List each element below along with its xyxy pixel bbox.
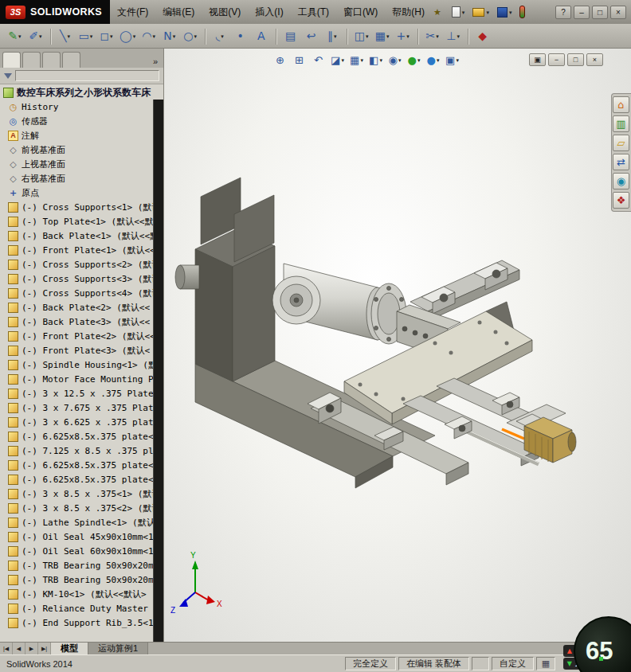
plane-button[interactable]: ▤ ▾ [280, 26, 300, 45]
minimize-button[interactable]: – [574, 6, 590, 19]
design-library-tab[interactable]: ▥ [613, 115, 629, 132]
lathe-assembly[interactable] [175, 178, 576, 488]
tree-item[interactable]: (-) 6.625x8.5x.375 plate<3 [0, 472, 153, 486]
graphics-viewport[interactable]: Y X Z ⊕ ▾ ⊞ ▾ ↶ ▾ [164, 49, 631, 642]
menu-item[interactable]: 视图(V) [202, 0, 248, 24]
tree-item[interactable]: (-) 6.625x8.5x.375 plate<2 [0, 458, 153, 472]
arc-button[interactable]: ◠ ▾ [139, 26, 159, 45]
tree-item[interactable]: (-) Front Plate<1> (默认<< [0, 243, 153, 257]
save-button[interactable]: ▾ [495, 6, 515, 19]
menu-item[interactable]: 插入(I) [248, 0, 290, 24]
repair-sketch-button[interactable]: ◆ ▾ [472, 26, 492, 45]
tree-item[interactable]: (-) Top Plate<1> (默认<<默认 [0, 214, 153, 229]
text-button[interactable]: A ▾ [251, 26, 271, 45]
edit-appearance-button[interactable]: ● ▾ [405, 51, 423, 68]
propertymanager-tab[interactable] [22, 52, 41, 68]
view-palette-tab[interactable]: ⇄ [613, 154, 629, 170]
offset-entities-button[interactable]: ∥ ▾ [322, 26, 342, 45]
panel-expand-chevron[interactable]: » [150, 57, 161, 68]
tree-item[interactable]: (-) 3 x 8.5 x .375<2> (默认 [0, 501, 153, 515]
status-units-dropdown[interactable]: 自定义 [492, 657, 534, 670]
prev-tab-button[interactable]: ◀ [13, 643, 25, 654]
tree-item[interactable]: (-) Cross Supports<1> (默认< [0, 200, 153, 214]
point-button[interactable]: • ▾ [230, 26, 250, 45]
tree-item[interactable]: (-) Oil Seal 45x90x10mm<1> [0, 529, 153, 544]
record-indicator[interactable]: ▾ [517, 4, 527, 20]
tree-item[interactable]: 注解 [0, 128, 153, 143]
close-button[interactable]: × [610, 6, 626, 19]
tree-item[interactable]: (-) TRB Bearing 50x90x20mm [0, 558, 153, 572]
favorites-star-icon[interactable]: ★ [433, 7, 441, 18]
tree-item[interactable]: (-) Back Plate<1> (默认<<默 [0, 229, 153, 243]
help-button[interactable]: ? [555, 6, 571, 19]
tree-item[interactable]: (-) Lathe Spindle<1> (默认 [0, 515, 153, 529]
zoom-area-button[interactable]: ⊞ ▾ [290, 51, 308, 68]
status-grid-icon[interactable]: ▦ [536, 657, 555, 670]
open-document-button[interactable]: ▾ [470, 6, 492, 18]
new-document-button[interactable]: ▾ [449, 5, 468, 19]
tree-item[interactable]: (-) Back Plate<2> (默认<< [0, 300, 153, 315]
move-entities-button[interactable]: + ▾ [393, 26, 413, 45]
next-tab-button[interactable]: ▶ [25, 643, 38, 654]
spline-button[interactable]: N ▾ [159, 26, 179, 45]
display-relations-button[interactable]: ⊥ ▾ [443, 26, 463, 45]
restore-doc-button[interactable]: □ [567, 53, 584, 66]
model-3d-view[interactable]: Y X Z [164, 49, 631, 642]
menu-item[interactable]: 文件(F) [110, 0, 155, 24]
tree-scrollbar[interactable] [153, 100, 163, 642]
displaymanager-tab[interactable] [62, 52, 80, 68]
sketch-button[interactable]: ✎ ▾ [5, 26, 25, 45]
menu-item[interactable]: 窗口(W) [336, 0, 385, 24]
tree-item[interactable]: (-) KM-10<1> (默认<<默认> [0, 587, 153, 601]
model-tab[interactable]: 模型 [51, 643, 88, 654]
featuremanager-tab[interactable] [2, 52, 21, 68]
sketch-fillet-button[interactable]: ◟ ▾ [210, 26, 229, 45]
smart-dimension-button[interactable]: ✐ ▾ [25, 26, 45, 45]
view-settings-button[interactable]: ▣ ▾ [443, 51, 461, 68]
circle-button[interactable]: ◯ ▾ [117, 26, 138, 45]
section-view-button[interactable]: ◪ ▾ [328, 51, 347, 68]
configurationmanager-tab[interactable] [42, 52, 61, 68]
tree-item[interactable]: (-) Front Plate<3> (默认< [0, 343, 153, 357]
previous-view-button[interactable]: ↶ ▾ [309, 51, 327, 68]
mirror-entities-button[interactable]: ◫ ▾ [351, 26, 371, 45]
trim-entities-button[interactable]: ✂ ▾ [422, 26, 442, 45]
tree-item[interactable]: (-) TRB Bearing 50x90x20mm [0, 572, 153, 587]
tree-root-row[interactable]: 数控车床系列之小形状系数车床 [0, 85, 153, 100]
line-button[interactable]: ╲ ▾ [55, 26, 75, 45]
tree-item[interactable]: (-) 3 x 6.625 x .375 plate [0, 415, 153, 429]
slot-button[interactable]: ◻ ▾ [96, 26, 116, 45]
zoom-fit-button[interactable]: ⊕ ▾ [271, 51, 289, 68]
tree-item[interactable]: 传感器 [0, 114, 153, 128]
hide-show-items-button[interactable]: ◉ ▾ [386, 51, 404, 68]
menu-item[interactable]: 帮助(H) [385, 0, 432, 24]
tree-item[interactable]: 右视基准面 [0, 171, 153, 186]
maximize-button[interactable]: □ [592, 6, 608, 19]
tree-item[interactable]: History [0, 100, 153, 114]
menu-item[interactable]: 编辑(E) [155, 0, 202, 24]
tree-filter-input[interactable] [15, 70, 159, 81]
tree-item[interactable]: 上视基准面 [0, 157, 153, 171]
view-orientation-button[interactable]: ▦ ▾ [347, 51, 366, 68]
tree-item[interactable]: (-) Cross Supports<2> (默认 [0, 257, 153, 272]
minimize-doc-button[interactable]: − [548, 53, 565, 66]
tree-item[interactable]: (-) Oil Seal 60x90x10mm<1> [0, 544, 153, 558]
close-doc-button[interactable]: × [586, 53, 603, 66]
custom-properties-tab[interactable]: ❖ [613, 192, 629, 209]
tree-item[interactable]: (-) Back Plate<3> (默认<< [0, 315, 153, 329]
ellipse-button[interactable]: ○ ▾ [180, 26, 200, 45]
tree-item[interactable]: (-) Cross Supports<4> (默认 [0, 286, 153, 300]
appearances-scenes-tab[interactable]: ◉ [613, 173, 629, 189]
file-explorer-tab[interactable]: ▱ [613, 135, 629, 151]
convert-entities-button[interactable]: ↩ ▾ [301, 26, 321, 45]
rectangle-button[interactable]: ▭ ▾ [76, 26, 96, 45]
tree-item[interactable]: (-) Cross Supports<3> (默认 [0, 272, 153, 286]
tree-item[interactable]: 原点 [0, 186, 153, 200]
tree-item[interactable]: (-) 7.125 x 8.5 x .375 pla [0, 443, 153, 458]
tree-item[interactable]: (-) Spindle Housing<1> (默 [0, 357, 153, 372]
first-tab-button[interactable]: |◀ [0, 643, 13, 654]
tree-item[interactable]: (-) 3 x 7.675 x .375 Plate [0, 400, 153, 415]
tree-item[interactable]: (-) End Support Rib_3.5<1> [0, 615, 153, 630]
linear-pattern-button[interactable]: ▦ ▾ [372, 26, 392, 45]
last-tab-button[interactable]: ▶| [38, 643, 51, 654]
